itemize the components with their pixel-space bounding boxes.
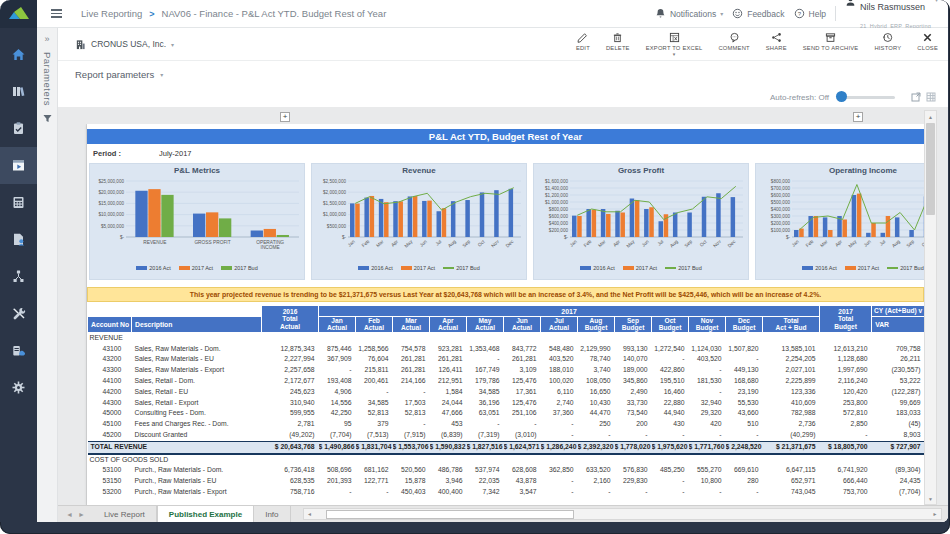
sheet-tab-live-report[interactable]: Live Report bbox=[93, 506, 157, 522]
tab-nav-left-icon[interactable]: ◄ bbox=[66, 511, 73, 518]
value-cell: 753,700 bbox=[820, 487, 872, 498]
table-row[interactable]: 45200Discount Granted(49,202)(7,704)(7,5… bbox=[88, 430, 925, 441]
value-cell: 875,446 bbox=[319, 344, 356, 355]
description-cell: Purch., Raw Materials - EU bbox=[132, 476, 262, 487]
value-cell: 183,033 bbox=[872, 408, 924, 419]
scroll-left-icon[interactable]: ◄ bbox=[304, 511, 316, 517]
vertical-scroll-thumb[interactable] bbox=[926, 123, 935, 215]
table-row[interactable]: 53150Purch., Raw Materials - EU628,53520… bbox=[88, 476, 925, 487]
description-cell: Sales, Raw Materials - Export bbox=[132, 365, 262, 376]
sidebar-item-data-sources[interactable] bbox=[0, 332, 37, 369]
period-value[interactable]: July-2017 bbox=[159, 149, 192, 158]
outline-strip: + + bbox=[75, 110, 924, 124]
popout-icon[interactable] bbox=[911, 92, 921, 102]
scroll-right-icon[interactable]: ► bbox=[929, 511, 941, 517]
pl-table: 2016TotalActual20172017TotalBudgetCY (Ac… bbox=[87, 305, 924, 498]
table-row[interactable]: 53100Purch., Raw Materials - Dom.6,736,4… bbox=[88, 465, 925, 476]
legend-swatch bbox=[665, 267, 676, 269]
scroll-up-icon[interactable]: ▲ bbox=[925, 111, 936, 122]
sidebar-item-home[interactable] bbox=[0, 36, 37, 73]
scroll-down-icon[interactable]: ▼ bbox=[925, 493, 936, 504]
company-selector[interactable]: CRONUS USA, Inc. ▾ bbox=[75, 39, 174, 50]
period-row: Period : July-2017 bbox=[87, 144, 924, 163]
chevron-down-icon: ▾ bbox=[171, 41, 174, 48]
expand-group-button[interactable]: + bbox=[853, 112, 863, 122]
notifications-button[interactable]: Notifications▾ bbox=[655, 8, 723, 19]
svg-text:Sep: Sep bbox=[906, 239, 916, 249]
table-row[interactable]: 43300Sales, Raw Materials - Export2,257,… bbox=[88, 365, 925, 376]
horizontal-scrollbar[interactable]: ◄ ► bbox=[303, 508, 943, 520]
horizontal-scroll-thumb[interactable] bbox=[326, 510, 574, 519]
close-button[interactable]: CLOSE bbox=[917, 32, 938, 51]
total-value-cell: $ 1,590,832 bbox=[430, 441, 467, 453]
value-cell: (6,839) bbox=[430, 430, 467, 441]
auto-refresh-toggle[interactable] bbox=[837, 96, 895, 99]
column-header-sep: SepBudget bbox=[615, 317, 652, 333]
column-group-2017: 2017 bbox=[319, 306, 820, 317]
value-cell: (230,557) bbox=[872, 365, 924, 376]
chart-legend: 2016 Act2017 Act2017 Bud bbox=[534, 263, 748, 273]
breadcrumb-section[interactable]: Live Reporting bbox=[81, 8, 142, 19]
sidebar-item-collaboration[interactable] bbox=[0, 221, 37, 258]
value-cell: 633,520 bbox=[578, 465, 615, 476]
value-cell: 36,196 bbox=[467, 398, 504, 409]
table-row[interactable]: 45100Fees and Charges Rec. - Dom.2,78195… bbox=[88, 419, 925, 430]
menu-icon[interactable] bbox=[43, 9, 69, 18]
value-cell: - bbox=[541, 430, 578, 441]
legend-swatch bbox=[580, 266, 591, 271]
legend-item: 2016 Act bbox=[802, 265, 836, 271]
value-cell: 2,160 bbox=[578, 476, 615, 487]
table-row[interactable]: 53200Purch., Raw Materials - Export758,7… bbox=[88, 487, 925, 498]
value-cell: 510 bbox=[726, 419, 763, 430]
edit-button[interactable]: EDIT bbox=[576, 32, 590, 51]
table-row[interactable]: 44200Sales, Retail - EU245,6234,906--1,5… bbox=[88, 387, 925, 398]
sidebar-item-settings[interactable] bbox=[0, 369, 37, 406]
svg-text:Feb: Feb bbox=[583, 239, 593, 248]
value-cell: 2,116,240 bbox=[820, 376, 872, 387]
sidebar-item-budgeting[interactable] bbox=[0, 184, 37, 221]
share-button[interactable]: SHARE bbox=[766, 32, 787, 51]
svg-text:$700,000: $700,000 bbox=[771, 186, 791, 191]
feedback-button[interactable]: Feedback bbox=[732, 8, 784, 19]
help-button[interactable]: ? Help bbox=[794, 8, 826, 19]
value-cell: 403,520 bbox=[689, 354, 726, 365]
sidebar-item-live-reporting[interactable] bbox=[0, 147, 37, 184]
table-row[interactable]: 45000Consulting Fees - Dom.599,95542,250… bbox=[88, 408, 925, 419]
parameters-panel-toggle[interactable]: » Parameters bbox=[37, 28, 58, 522]
legend-item: 2017 Act bbox=[179, 265, 213, 271]
sheet-tab-info[interactable]: Info bbox=[254, 506, 290, 522]
vertical-scrollbar[interactable]: ▲ ▼ bbox=[924, 110, 937, 505]
delete-button[interactable]: DELETE ▾ bbox=[606, 32, 630, 56]
top-bar-actions: Notifications▾ Feedback ? Help Nils Rasm… bbox=[655, 0, 948, 32]
column-header-mar: MarActual bbox=[393, 317, 430, 333]
sheet-tab-published-example[interactable]: Published Example bbox=[157, 506, 254, 522]
history-button[interactable]: HISTORY bbox=[874, 32, 901, 51]
table-row[interactable]: 43200Sales, Raw Materials - EU2,227,9943… bbox=[88, 354, 925, 365]
sidebar-item-tasks[interactable] bbox=[0, 110, 37, 147]
sidebar-item-connections[interactable] bbox=[0, 258, 37, 295]
value-cell: 37,360 bbox=[541, 408, 578, 419]
table-row[interactable]: 44300Sales, Retail - Export310,94014,556… bbox=[88, 398, 925, 409]
user-menu[interactable]: Nils Rasmussen 21_Hybrid_ERP_Reporting ▾ bbox=[845, 0, 938, 32]
report-parameters-toggle[interactable]: Report parameters ▾ bbox=[58, 61, 948, 87]
column-header-nov: NovBudget bbox=[689, 317, 726, 333]
export-to-excel-button[interactable]: EXPORT TO EXCEL ▾ bbox=[646, 32, 703, 56]
value-cell: (7,704) bbox=[319, 430, 356, 441]
expand-group-button[interactable]: + bbox=[280, 112, 290, 122]
sidebar-item-library[interactable] bbox=[0, 73, 37, 110]
send-to-archive-button[interactable]: SEND TO ARCHIVE bbox=[803, 32, 859, 51]
column-header-dec: DecBudget bbox=[726, 317, 763, 333]
expand-panel-icon: » bbox=[44, 34, 49, 44]
grid-view-icon[interactable] bbox=[926, 92, 936, 102]
comment-button[interactable]: COMMENT bbox=[718, 32, 749, 51]
description-cell: Purch., Raw Materials - Dom. bbox=[132, 465, 262, 476]
tab-nav-right-icon[interactable]: ► bbox=[78, 511, 85, 518]
toggle-knob[interactable] bbox=[836, 91, 847, 102]
table-row[interactable]: 43100Sales, Raw Materials - Dom.12,875,3… bbox=[88, 344, 925, 355]
value-cell: 572,810 bbox=[820, 408, 872, 419]
value-cell: 250 bbox=[578, 419, 615, 430]
sidebar-item-administration[interactable] bbox=[0, 295, 37, 332]
value-cell: (7,915) bbox=[393, 430, 430, 441]
value-cell: - bbox=[820, 430, 872, 441]
table-row[interactable]: 44100Sales, Retail - Dom.2,172,677193,40… bbox=[88, 376, 925, 387]
